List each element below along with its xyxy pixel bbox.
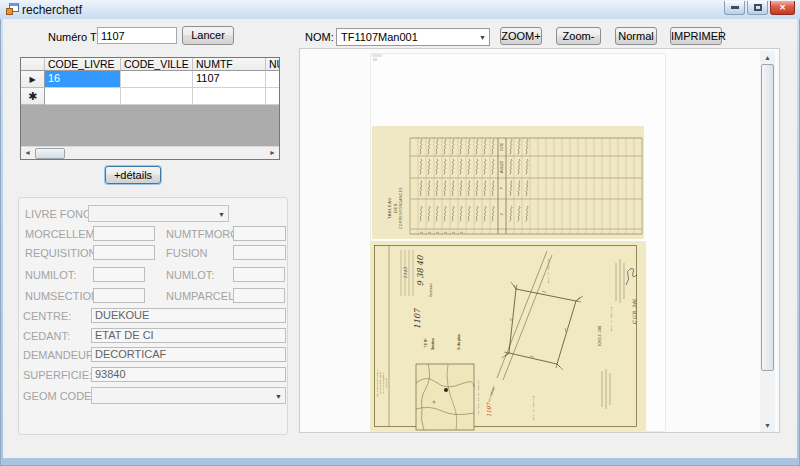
- svg-text:Bureau de: Bureau de: [385, 377, 387, 388]
- app-icon: [6, 3, 19, 15]
- print-button[interactable]: IMPRIMER: [670, 27, 722, 45]
- title-bar[interactable]: recherchetf ✕: [0, 0, 800, 19]
- svg-text:Direction du Cadastre: Direction du Cadastre: [382, 372, 384, 394]
- empty-cell[interactable]: [45, 88, 121, 105]
- svg-text:Terrain non immatriculé: Terrain non immatriculé: [610, 306, 612, 331]
- cedant-label: CEDANT:: [23, 330, 70, 342]
- scrollbar-thumb[interactable]: [35, 148, 65, 159]
- table-row[interactable]: ▶ 16 1107: [21, 71, 279, 88]
- nom-combobox[interactable]: TF1107Man001 ▼: [336, 28, 490, 46]
- numsection-field: [93, 288, 145, 303]
- plan-number-label: N. du plan: [457, 334, 461, 349]
- contenance-value: 9 38 40: [416, 255, 425, 286]
- registry-handwriting: 1143: [403, 266, 408, 279]
- numtfmorc-field: [233, 226, 286, 241]
- livre-foncier-combobox: ▼: [88, 205, 229, 222]
- empty-cell[interactable]: [193, 88, 266, 105]
- svg-text:ANGLES: ANGLES: [500, 161, 504, 174]
- svg-text:CORRESPONDANCES: CORRESPONDANCES: [399, 187, 403, 229]
- svg-text:Terrain non immatriculé: Terrain non immatriculé: [532, 395, 534, 420]
- section-label: Section: [431, 338, 435, 350]
- scrollbar-thumb[interactable]: [761, 64, 774, 371]
- cell-nu[interactable]: [266, 71, 279, 88]
- close-button[interactable]: ✕: [770, 1, 795, 15]
- grid-header-code-livre[interactable]: CODE_LIVRE: [45, 58, 121, 71]
- numparcelle-field: [233, 288, 285, 303]
- zoom-in-button[interactable]: ZOOM+: [500, 27, 542, 45]
- svg-text:TABLEAU: TABLEAU: [387, 197, 392, 219]
- scroll-down-icon[interactable]: ▼: [760, 419, 775, 432]
- grid-header-row: CODE_LIVRE CODE_VILLE NUMTF NU: [21, 58, 279, 71]
- svg-text:DES: DES: [393, 203, 398, 213]
- demandeur-label: DEMANDEUR:: [23, 349, 97, 361]
- numero-tf-label: Numéro TF: [48, 31, 103, 43]
- maximize-button[interactable]: [747, 1, 768, 15]
- cell-numtf[interactable]: 1107: [193, 71, 266, 88]
- requisition-field: [93, 245, 155, 260]
- window-title: recherchetf: [22, 3, 82, 17]
- morcellement-field: [93, 226, 155, 241]
- chevron-down-icon: ▼: [218, 210, 225, 217]
- contenance-label: Contenance: [429, 282, 433, 297]
- svg-text:Terrain non immatriculé: Terrain non immatriculé: [547, 258, 549, 283]
- cell-code-ville[interactable]: [121, 71, 193, 88]
- requisition-label: REQUISITION: [25, 247, 97, 259]
- grid-header-nu[interactable]: NU: [266, 58, 279, 71]
- centre-label: CENTRE:: [23, 310, 71, 322]
- situation-map-caption: Plan de Situation Ech. 1/200.000: [477, 380, 479, 414]
- superficie-label: SUPERFICIE:: [23, 369, 92, 381]
- normal-button[interactable]: Normal: [615, 27, 657, 45]
- grid-corner-cell[interactable]: [21, 58, 45, 71]
- lancer-button[interactable]: Lancer: [182, 26, 234, 45]
- red-file-number: 1107: [486, 402, 492, 417]
- client-area: Numéro TF Lancer CODE_LIVRE CODE_VILLE N…: [3, 19, 797, 458]
- new-row-indicator[interactable]: ✱: [21, 88, 45, 105]
- grid-header-code-ville[interactable]: CODE_VILLE: [121, 58, 193, 71]
- scroll-right-icon[interactable]: ►: [266, 147, 279, 159]
- details-button[interactable]: +détails: [105, 166, 161, 184]
- centre-field: DUEKOUE: [91, 308, 286, 323]
- superficie-field: 93840: [91, 367, 286, 382]
- numilot-field: [93, 267, 145, 282]
- numsection-label: NUMSECTION:: [25, 290, 102, 302]
- numlot-label: NUMLOT:: [166, 269, 214, 281]
- numlot-field: [233, 267, 285, 282]
- numero-tf-input[interactable]: [97, 27, 177, 44]
- viewer-vertical-scrollbar[interactable]: ▲ ▼: [760, 51, 775, 432]
- fusion-field: [233, 245, 286, 260]
- scroll-up-icon[interactable]: ▲: [760, 51, 775, 64]
- cedant-field: ETAT DE CI: [91, 328, 286, 343]
- grid-horizontal-scrollbar[interactable]: ◄ ►: [21, 146, 279, 159]
- minimize-button[interactable]: [724, 1, 745, 15]
- scanned-title-deed-image: TABLEAU DES CORRESPONDANCES COTE ANGLES …: [370, 53, 666, 432]
- scroll-left-icon[interactable]: ◄: [21, 147, 34, 159]
- geom-code-label: GEOM CODE:: [23, 390, 95, 402]
- numilot-label: NUMILOT:: [25, 269, 76, 281]
- current-row-indicator[interactable]: ▶: [21, 71, 45, 88]
- svg-text:République de Côte d'Ivoire: République de Côte d'Ivoire: [376, 369, 378, 397]
- zoom-out-button[interactable]: Zoom-: [556, 27, 601, 45]
- demandeur-field: DECORTICAF: [91, 347, 286, 362]
- margin-handwriting: C U.R. 346: [632, 298, 637, 324]
- geom-code-combobox: ▼: [91, 387, 286, 404]
- nom-combobox-value: TF1107Man001: [341, 31, 418, 43]
- fusion-label: FUSION: [166, 247, 208, 259]
- grid-header-numtf[interactable]: NUMTF: [193, 58, 266, 71]
- tf-label: T.F. N°: [424, 338, 428, 348]
- empty-cell[interactable]: [121, 88, 193, 105]
- scale-text: ECHELLE 1:5000: [598, 325, 602, 346]
- numtfmorc-label: NUMTFMORC:: [166, 228, 241, 240]
- nom-label: NOM:: [305, 31, 334, 43]
- new-row[interactable]: ✱: [21, 88, 279, 105]
- chevron-down-icon: ▼: [479, 34, 486, 41]
- cell-code-livre[interactable]: 16: [45, 71, 121, 88]
- svg-text:COTE: COTE: [500, 142, 504, 151]
- tf-number-handwritten: 1107: [413, 308, 422, 329]
- chevron-down-icon: ▼: [275, 392, 282, 399]
- situation-map-inset: [416, 364, 474, 430]
- results-grid[interactable]: CODE_LIVRE CODE_VILLE NUMTF NU ▶ 16 1107…: [20, 57, 280, 160]
- app-window: recherchetf ✕ Numéro TF Lancer CODE_LIVR…: [0, 0, 800, 466]
- svg-text:Ministère des Finances: Ministère des Finances: [379, 371, 381, 394]
- document-viewer-panel: TABLEAU DES CORRESPONDANCES COTE ANGLES …: [299, 48, 780, 433]
- empty-cell[interactable]: [266, 88, 279, 105]
